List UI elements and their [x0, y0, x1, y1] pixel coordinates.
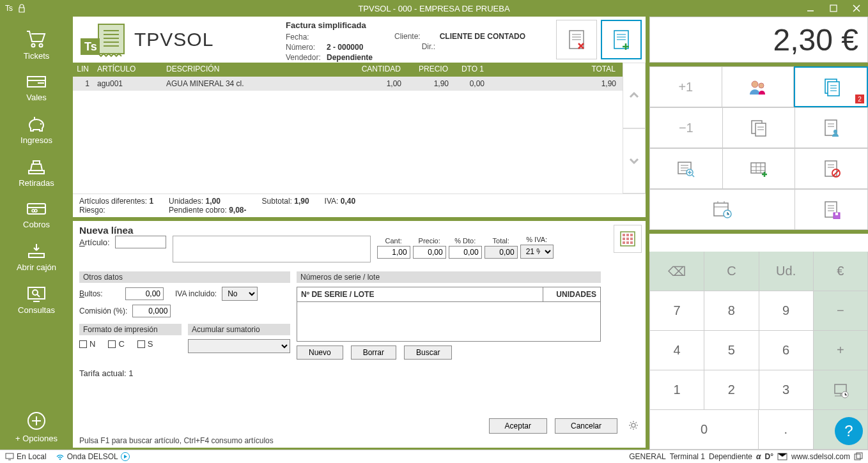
sidebar-item-cobros[interactable]: Cobros: [0, 195, 73, 236]
sidebar-item-retiradas[interactable]: Retiradas: [0, 153, 73, 194]
documents-button[interactable]: 2: [794, 66, 868, 107]
lote-col-serie: Nº DE SERIE / LOTE: [297, 287, 543, 302]
sidebar-item-tickets[interactable]: Tickets: [0, 24, 73, 67]
chk-c[interactable]: C: [108, 339, 124, 349]
key-dot[interactable]: .: [759, 410, 814, 450]
sidebar-item-opciones[interactable]: + Opciones: [0, 406, 73, 450]
articulo-input[interactable]: [115, 236, 166, 248]
svg-point-27: [752, 81, 758, 87]
delete-ticket-button[interactable]: [556, 20, 597, 59]
add-table-button[interactable]: [723, 148, 796, 189]
cart-icon: [26, 29, 47, 49]
drawer-icon: [26, 242, 47, 260]
cell-desc: AGUA MINERAL 34 cl.: [162, 78, 355, 89]
dto-input[interactable]: [449, 246, 482, 259]
cancel-doc-button[interactable]: [795, 148, 868, 189]
comision-label: Comisión (%):: [79, 307, 127, 315]
maximize-button[interactable]: [822, 0, 845, 17]
borrar-button[interactable]: Borrar: [351, 345, 396, 360]
help-fab[interactable]: ?: [835, 417, 863, 445]
doc-type: Factura simplificada: [286, 20, 394, 30]
svg-rect-20: [623, 238, 625, 240]
key-3[interactable]: 3: [759, 370, 814, 410]
lote-col-unidades: UNIDADES: [543, 287, 601, 302]
doc-user-button[interactable]: [795, 107, 868, 148]
scroll-down-button[interactable]: [623, 128, 646, 194]
minus-key[interactable]: −: [814, 291, 868, 331]
plus-key[interactable]: +: [814, 331, 868, 370]
key-9[interactable]: 9: [759, 291, 814, 331]
chk-n[interactable]: N: [79, 339, 95, 349]
key-7[interactable]: 7: [649, 291, 704, 331]
quick-grid-button[interactable]: [614, 225, 642, 253]
status-alpha-icon[interactable]: α: [756, 452, 761, 461]
people-icon: [747, 78, 769, 96]
sidebar-label: Cobros: [23, 220, 50, 229]
euro-key[interactable]: €: [814, 252, 868, 291]
cancelar-button[interactable]: Cancelar: [555, 418, 617, 434]
svg-point-7: [35, 209, 37, 212]
window-title: TPVSOL - 000 - EMPRESA DE PRUEBA: [0, 4, 868, 13]
sidebar-item-vales[interactable]: Vales: [0, 68, 73, 109]
sidebar-item-abrir-cajon[interactable]: Abrir cajón: [0, 237, 73, 278]
key-1[interactable]: 1: [649, 370, 704, 410]
save-doc-button[interactable]: [795, 189, 868, 230]
acum-select[interactable]: [188, 339, 290, 353]
backspace-key[interactable]: ⌫: [649, 252, 704, 291]
new-ticket-button[interactable]: [601, 20, 642, 59]
buscar-button[interactable]: Buscar: [404, 345, 452, 360]
key-4[interactable]: 4: [649, 331, 704, 370]
key-8[interactable]: 8: [704, 291, 759, 331]
comision-input[interactable]: [132, 305, 171, 317]
chk-s[interactable]: S: [137, 339, 153, 349]
key-0[interactable]: 0: [649, 410, 759, 450]
descripcion-textarea[interactable]: [173, 236, 371, 262]
key-5[interactable]: 5: [704, 331, 759, 370]
copy-icon: [748, 118, 769, 137]
copy-doc-button[interactable]: [723, 107, 796, 148]
windows-icon[interactable]: [854, 452, 863, 461]
status-onda[interactable]: Onda DELSOL: [56, 452, 130, 461]
svg-rect-51: [856, 453, 862, 459]
cant-input[interactable]: [377, 246, 410, 259]
document-header: Ts TPVSOL Factura simplificada Fecha: Nú…: [73, 17, 646, 63]
aceptar-button[interactable]: Aceptar: [489, 418, 547, 434]
summary-art-val: 1: [149, 197, 153, 206]
table-row[interactable]: 1 agu001 AGUA MINERAL 34 cl. 1,00 1,90 0…: [73, 77, 623, 91]
search-list-button[interactable]: [649, 148, 723, 189]
close-button[interactable]: [845, 0, 868, 17]
key-6[interactable]: 6: [759, 331, 814, 370]
lote-empty[interactable]: [297, 302, 601, 342]
customers-button[interactable]: [722, 66, 794, 107]
settings-icon[interactable]: [628, 420, 639, 433]
calendar-clock-icon: [711, 200, 733, 219]
status-d-icon[interactable]: D°: [765, 452, 773, 461]
lote-heading: Números de serie / lote: [297, 271, 601, 283]
summary-iva-val: 0,40: [341, 197, 355, 206]
status-url[interactable]: www.sdelsol.com: [791, 452, 850, 461]
iva-pct-select[interactable]: 21 %: [520, 245, 554, 259]
schedule-button[interactable]: [649, 189, 795, 230]
new-line-panel: Nueva línea Artículo:: [73, 221, 646, 448]
minus-one-button[interactable]: −1: [649, 107, 723, 148]
scroll-up-button[interactable]: [623, 63, 646, 128]
svg-rect-23: [623, 241, 625, 244]
total-label: Total:: [493, 237, 509, 245]
cell-precio: 1,90: [405, 78, 453, 89]
scale-key[interactable]: [814, 370, 868, 410]
col-descripcion: DESCRIPCIÓN: [162, 63, 355, 77]
mail-icon[interactable]: [777, 453, 787, 460]
sidebar-item-consultas[interactable]: Consultas: [0, 280, 73, 321]
play-icon[interactable]: [121, 452, 130, 461]
precio-input[interactable]: [413, 246, 446, 259]
key-2[interactable]: 2: [704, 370, 759, 410]
summary-iva-label: IVA:: [325, 197, 339, 206]
iva-incl-select[interactable]: No: [222, 287, 258, 301]
minimize-button[interactable]: [799, 0, 822, 17]
clear-key[interactable]: C: [704, 252, 759, 291]
sidebar-item-ingresos[interactable]: Ingresos: [0, 110, 73, 151]
unit-key[interactable]: Ud.: [759, 252, 814, 291]
plus-one-button[interactable]: +1: [649, 66, 722, 107]
nuevo-button[interactable]: Nuevo: [297, 345, 343, 360]
bultos-input[interactable]: [125, 287, 164, 300]
